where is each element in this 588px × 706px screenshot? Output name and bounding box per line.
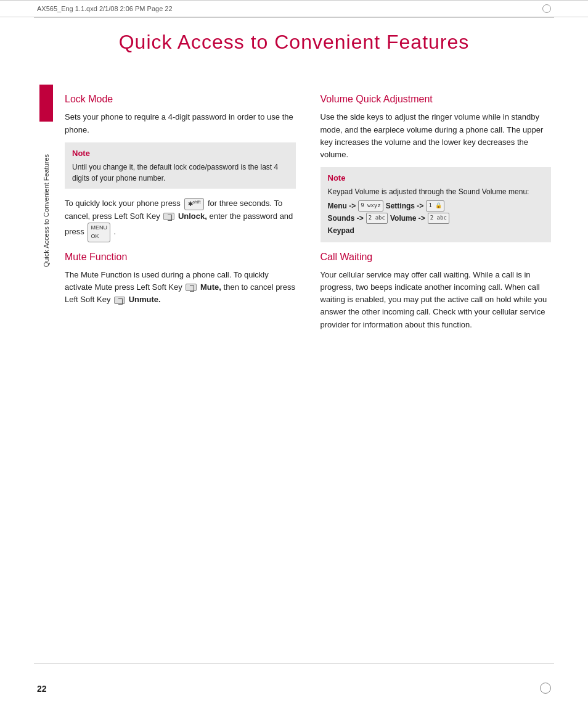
volume-paragraph: Use the side keys to adjust the ringer v… [321, 111, 552, 161]
volume-note-keys-row1: Menu -> 9 wxyz Settings -> 1 🔒 [328, 200, 544, 211]
volume-note-title: Note [328, 172, 544, 184]
key-1-icon: 1 🔒 [426, 200, 444, 211]
soft-key-mute-icon [186, 284, 197, 291]
lock-mode-note-box: Note Until you change it, the default lo… [65, 142, 296, 189]
left-column: Lock Mode Sets your phone to require a 4… [65, 84, 296, 337]
volume-heading: Volume Quick Adjustment [321, 94, 552, 105]
lock-mode-heading: Lock Mode [65, 94, 296, 105]
lock-instruction-line1: To quickly lock your phone press [65, 199, 181, 208]
page-wrapper: AX565_Eng 1.1.qxd 2/1/08 2:06 PM Page 22… [0, 0, 588, 706]
star-shift-key-icon: ✱shift [184, 198, 205, 210]
volume-note-keys-row2: Sounds -> 2 abc Volume -> 2 abc [328, 213, 544, 224]
lock-mode-instruction: To quickly lock your phone press ✱shift … [65, 197, 296, 242]
menu-ok-icon: MENUOK [88, 223, 110, 242]
content-area: Lock Mode Sets your phone to require a 4… [65, 84, 551, 337]
volume-note-keys-row3: Keypad [328, 225, 544, 236]
mute-label: Mute, [200, 282, 221, 292]
lock-mode-note-title: Note [72, 147, 288, 160]
key-2a-icon: 2 abc [366, 213, 388, 224]
lock-mode-section: Lock Mode Sets your phone to require a 4… [65, 94, 296, 242]
lock-mode-paragraph: Sets your phone to require a 4-digit pas… [65, 111, 296, 136]
main-content: Quick Access to Convenient Features Lock… [0, 84, 588, 337]
call-waiting-heading: Call Waiting [321, 252, 552, 263]
mute-function-heading: Mute Function [65, 252, 296, 263]
bottom-area: 22 [0, 664, 588, 706]
header-text: AX565_Eng 1.1.qxd 2/1/08 2:06 PM Page 22 [37, 5, 173, 12]
volume-section: Volume Quick Adjustment Use the side key… [321, 94, 552, 242]
unlock-label: Unlock, [178, 211, 207, 221]
key-9-icon: 9 wxyz [358, 200, 383, 211]
header-bar: AX565_Eng 1.1.qxd 2/1/08 2:06 PM Page 22 [0, 0, 588, 17]
bottom-circle-icon [540, 683, 551, 694]
sounds-key-label: Sounds -> [328, 213, 364, 224]
header-circle-icon [542, 4, 551, 13]
volume-note-box: Note Keypad Volume is adjusted through t… [321, 167, 552, 242]
mute-function-paragraph: The Mute Function is used during a phone… [65, 269, 296, 306]
page-number: 22 [37, 684, 47, 694]
page-title-wrapper: Quick Access to Convenient Features [0, 18, 588, 78]
mute-function-section: Mute Function The Mute Function is used … [65, 252, 296, 306]
menu-key-label: Menu -> [328, 200, 356, 211]
sidebar-label: Quick Access to Convenient Features [37, 84, 55, 337]
soft-key-cancel-icon [163, 213, 174, 220]
call-waiting-section: Call Waiting Your cellular service may o… [321, 252, 552, 331]
sidebar-label-text: Quick Access to Convenient Features [43, 154, 50, 267]
lock-mode-note-text: Until you change it, the default lock co… [72, 163, 278, 183]
volume-note-line1: Keypad Volume is adjusted through the So… [328, 186, 544, 198]
red-bar [39, 84, 53, 121]
keypad-label: Keypad [328, 225, 354, 236]
page-title: Quick Access to Convenient Features [0, 30, 588, 54]
soft-key-unmute-icon [114, 297, 125, 304]
unmute-label: Unmute. [129, 295, 161, 304]
call-waiting-paragraph: Your cellular service may offer call wai… [321, 269, 552, 331]
key-2b-icon: 2 abc [428, 213, 449, 224]
settings-key-label: Settings -> [386, 200, 424, 211]
volume-key-label: Volume -> [390, 213, 425, 224]
right-column: Volume Quick Adjustment Use the side key… [321, 84, 552, 337]
